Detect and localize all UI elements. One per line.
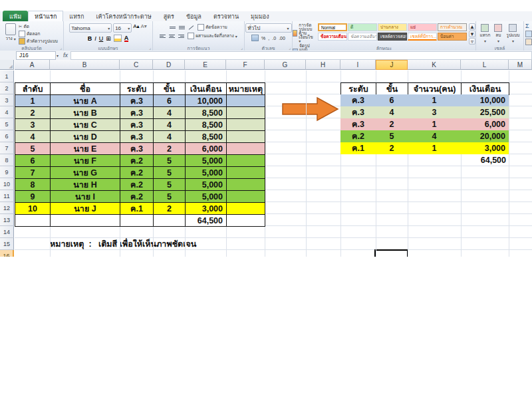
left-table-cell[interactable]: 4 bbox=[154, 107, 186, 119]
row-header-13[interactable]: 13 bbox=[0, 214, 14, 226]
left-table-cell[interactable] bbox=[154, 215, 186, 227]
left-table-cell[interactable] bbox=[227, 155, 265, 167]
cell-style-chip[interactable]: ป้อนค่า bbox=[438, 33, 467, 41]
delete-cells-button[interactable]: ลบ▾ bbox=[494, 24, 502, 43]
name-box-dropdown-icon[interactable]: ▾ bbox=[57, 53, 59, 58]
selected-cell-J16[interactable] bbox=[374, 249, 408, 257]
left-table-cell[interactable]: นาย G bbox=[51, 167, 120, 179]
right-table-cell[interactable]: 3,000 bbox=[461, 142, 509, 154]
align-right-icon[interactable] bbox=[178, 34, 184, 39]
left-table-cell[interactable]: 8 bbox=[15, 179, 51, 191]
left-table-cell[interactable]: 6 bbox=[15, 155, 51, 167]
row-header-8[interactable]: 8 bbox=[0, 154, 14, 166]
increase-decimal-button[interactable]: .0 bbox=[272, 36, 276, 41]
right-table-cell[interactable]: 6 bbox=[376, 94, 408, 106]
cell-style-chip[interactable]: ข้อความอธิบาย bbox=[348, 33, 377, 41]
right-table-cell[interactable]: 1 bbox=[408, 94, 461, 106]
cell-style-chip[interactable]: เซลล์ตรวจสอบ bbox=[378, 33, 407, 41]
left-table-cell[interactable]: 10,000 bbox=[186, 95, 227, 107]
left-table-cell[interactable] bbox=[227, 215, 265, 227]
left-table-cell[interactable] bbox=[227, 95, 265, 107]
left-table-cell[interactable]: ค.2 bbox=[120, 191, 154, 203]
right-table-cell[interactable]: 2 bbox=[376, 118, 408, 130]
left-table-cell[interactable]: ค.2 bbox=[120, 167, 154, 179]
right-table-cell[interactable]: ค.3 bbox=[340, 106, 376, 118]
left-table-cell[interactable]: ลำดับ bbox=[15, 83, 51, 95]
right-table-cell[interactable]: ค.3 bbox=[340, 118, 376, 130]
row-header-12[interactable]: 12 bbox=[0, 202, 14, 214]
ribbon-tab[interactable]: ข้อมูล bbox=[180, 11, 207, 21]
right-table-cell[interactable]: 3 bbox=[408, 106, 461, 118]
left-table-cell[interactable]: 5 bbox=[154, 167, 186, 179]
name-box[interactable]: J16 bbox=[16, 51, 56, 60]
left-table-cell[interactable] bbox=[227, 143, 265, 155]
copy-button[interactable]: คัดลอก bbox=[19, 31, 58, 37]
left-table-cell[interactable]: 5 bbox=[154, 155, 186, 167]
column-header-A[interactable]: A bbox=[15, 60, 50, 70]
row-header-4[interactable]: 4 bbox=[0, 106, 14, 118]
left-table-cell[interactable]: 9 bbox=[15, 191, 51, 203]
left-table-cell[interactable] bbox=[227, 107, 265, 119]
left-table-cell[interactable]: ค.2 bbox=[120, 155, 154, 167]
left-table-cell[interactable]: 4 bbox=[15, 131, 51, 143]
left-table-cell[interactable]: ค.3 bbox=[120, 95, 154, 107]
file-tab[interactable]: แฟ้ม bbox=[3, 11, 28, 21]
cell-style-chip[interactable]: ปานกลาง bbox=[378, 23, 407, 31]
row-header-1[interactable]: 1 bbox=[0, 70, 14, 82]
row-header-16[interactable]: 16 bbox=[0, 250, 14, 257]
column-header-B[interactable]: B bbox=[50, 60, 120, 70]
right-table-header-cell[interactable]: ขั้น bbox=[376, 83, 408, 95]
left-table-cell[interactable]: ค.3 bbox=[120, 119, 154, 131]
left-table-cell[interactable]: 5,000 bbox=[186, 155, 227, 167]
left-table-cell[interactable]: ขั้น bbox=[154, 83, 186, 95]
row-header-7[interactable]: 7 bbox=[0, 142, 14, 154]
underline-button[interactable]: U bbox=[99, 35, 104, 42]
select-all-corner[interactable]: ◢ bbox=[0, 60, 14, 70]
gallery-scroll-down[interactable]: ▼ bbox=[469, 31, 475, 37]
right-table-total[interactable]: 64,500 bbox=[461, 154, 506, 166]
column-header-E[interactable]: E bbox=[185, 60, 226, 70]
column-header-G[interactable]: G bbox=[265, 60, 306, 70]
left-table-cell[interactable]: 5 bbox=[154, 191, 186, 203]
left-table-cell[interactable] bbox=[227, 119, 265, 131]
conditional-formatting-button[interactable]: การจัดรูปแบบตามเงื่อนไข ▾ bbox=[293, 23, 316, 43]
left-table-cell[interactable]: 5,000 bbox=[186, 167, 227, 179]
left-table-cell[interactable] bbox=[227, 179, 265, 191]
ribbon-tab[interactable]: สูตร bbox=[158, 11, 180, 21]
column-header-C[interactable]: C bbox=[120, 60, 153, 70]
bold-button[interactable]: B bbox=[88, 35, 92, 42]
column-header-L[interactable]: L bbox=[461, 60, 509, 70]
row-header-10[interactable]: 10 bbox=[0, 178, 14, 190]
right-table-cell[interactable]: 5 bbox=[376, 130, 408, 142]
left-table-cell[interactable]: ระดับ bbox=[120, 83, 154, 95]
left-table-cell[interactable]: ชื่อ bbox=[51, 83, 120, 95]
grow-font-button[interactable]: A▴ bbox=[133, 23, 139, 33]
left-table-cell[interactable]: นาย C bbox=[51, 119, 120, 131]
left-table-cell[interactable]: 3,000 bbox=[186, 203, 227, 215]
font-color-button[interactable]: A bbox=[124, 35, 129, 42]
row-header-9[interactable]: 9 bbox=[0, 166, 14, 178]
accounting-format-button[interactable] bbox=[251, 35, 259, 41]
ribbon-tab[interactable]: มุมมอง bbox=[245, 11, 275, 21]
right-table-header-cell[interactable]: ระดับ bbox=[341, 83, 376, 95]
fill-color-button[interactable] bbox=[114, 35, 122, 42]
left-table-cell[interactable]: 5 bbox=[154, 179, 186, 191]
left-table-cell[interactable]: 3 bbox=[15, 119, 51, 131]
column-header-M[interactable]: M bbox=[509, 60, 532, 70]
right-table-cell[interactable]: 4 bbox=[376, 106, 408, 118]
left-table-cell[interactable] bbox=[227, 131, 265, 143]
column-header-D[interactable]: D bbox=[153, 60, 185, 70]
cell-style-chip[interactable]: ข้อความเตือน bbox=[318, 33, 347, 41]
italic-button[interactable]: I bbox=[94, 35, 96, 42]
left-table-cell[interactable]: หมายเหตุ bbox=[227, 83, 265, 95]
left-table-cell[interactable]: ค.3 bbox=[120, 107, 154, 119]
ribbon-tab[interactable]: เค้าโครงหน้ากระดาษ bbox=[90, 11, 157, 21]
left-table-cell[interactable]: 8,500 bbox=[186, 119, 227, 131]
left-table-cell[interactable] bbox=[227, 167, 265, 179]
right-table-cell[interactable]: 2 bbox=[376, 142, 408, 154]
right-table-cell[interactable]: 1 bbox=[408, 118, 461, 130]
left-table-cell[interactable]: 2 bbox=[154, 143, 186, 155]
left-table-cell[interactable]: 4 bbox=[154, 119, 186, 131]
left-table-cell[interactable]: 5 bbox=[15, 143, 51, 155]
left-table-cell[interactable] bbox=[227, 191, 265, 203]
